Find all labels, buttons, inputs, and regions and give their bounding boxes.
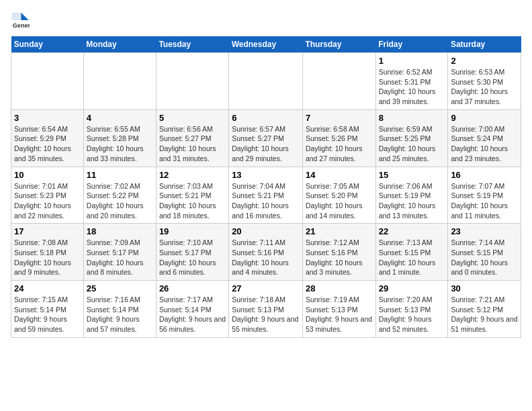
day-info: Sunrise: 7:20 AM Sunset: 5:13 PM Dayligh…: [379, 295, 445, 334]
calendar-cell: 19Sunrise: 7:10 AM Sunset: 5:17 PM Dayli…: [156, 224, 228, 281]
calendar-cell: [156, 53, 228, 110]
day-info: Sunrise: 6:58 AM Sunset: 5:26 PM Dayligh…: [306, 124, 373, 164]
svg-rect-2: [11, 13, 21, 20]
logo: General: [11, 11, 32, 30]
day-number: 23: [451, 226, 518, 236]
day-info: Sunrise: 6:52 AM Sunset: 5:31 PM Dayligh…: [379, 67, 445, 107]
day-number: 14: [306, 170, 373, 180]
day-info: Sunrise: 7:19 AM Sunset: 5:13 PM Dayligh…: [306, 295, 373, 334]
day-number: 5: [159, 113, 226, 123]
day-info: Sunrise: 7:18 AM Sunset: 5:13 PM Dayligh…: [232, 295, 300, 334]
week-row-2: 10Sunrise: 7:01 AM Sunset: 5:23 PM Dayli…: [11, 167, 521, 224]
calendar-cell: 2Sunrise: 6:53 AM Sunset: 5:30 PM Daylig…: [448, 53, 521, 110]
calendar-cell: 14Sunrise: 7:05 AM Sunset: 5:20 PM Dayli…: [302, 167, 375, 224]
day-number: 9: [451, 113, 518, 123]
day-number: 16: [451, 170, 518, 180]
day-info: Sunrise: 7:14 AM Sunset: 5:15 PM Dayligh…: [451, 238, 518, 277]
calendar-cell: 12Sunrise: 7:03 AM Sunset: 5:21 PM Dayli…: [156, 167, 228, 224]
day-info: Sunrise: 6:54 AM Sunset: 5:29 PM Dayligh…: [14, 124, 81, 164]
day-info: Sunrise: 7:02 AM Sunset: 5:22 PM Dayligh…: [87, 181, 153, 221]
calendar-cell: 8Sunrise: 6:59 AM Sunset: 5:25 PM Daylig…: [375, 109, 448, 167]
day-number: 1: [379, 56, 445, 66]
day-number: 18: [87, 226, 153, 236]
week-row-0: 1Sunrise: 6:52 AM Sunset: 5:31 PM Daylig…: [11, 53, 521, 110]
day-number: 10: [14, 170, 81, 180]
calendar-cell: [11, 53, 84, 110]
day-info: Sunrise: 7:08 AM Sunset: 5:18 PM Dayligh…: [14, 238, 81, 277]
day-number: 29: [379, 283, 445, 293]
day-number: 8: [379, 113, 445, 123]
day-info: Sunrise: 6:57 AM Sunset: 5:27 PM Dayligh…: [232, 124, 300, 164]
svg-text:General: General: [13, 22, 30, 29]
calendar-cell: 29Sunrise: 7:20 AM Sunset: 5:13 PM Dayli…: [375, 281, 448, 338]
day-info: Sunrise: 7:03 AM Sunset: 5:21 PM Dayligh…: [159, 181, 226, 221]
day-info: Sunrise: 6:56 AM Sunset: 5:27 PM Dayligh…: [159, 124, 226, 164]
calendar-cell: 6Sunrise: 6:57 AM Sunset: 5:27 PM Daylig…: [229, 109, 303, 167]
calendar-cell: 22Sunrise: 7:13 AM Sunset: 5:15 PM Dayli…: [375, 224, 448, 281]
day-number: 7: [306, 113, 373, 123]
day-number: 11: [87, 170, 153, 180]
calendar-cell: 5Sunrise: 6:56 AM Sunset: 5:27 PM Daylig…: [156, 109, 228, 167]
calendar-cell: 17Sunrise: 7:08 AM Sunset: 5:18 PM Dayli…: [11, 224, 84, 281]
calendar-cell: 21Sunrise: 7:12 AM Sunset: 5:16 PM Dayli…: [302, 224, 375, 281]
day-number: 27: [232, 283, 300, 293]
day-info: Sunrise: 7:09 AM Sunset: 5:17 PM Dayligh…: [87, 238, 153, 277]
day-info: Sunrise: 7:11 AM Sunset: 5:16 PM Dayligh…: [232, 238, 300, 277]
day-number: 24: [14, 283, 81, 293]
day-number: 22: [379, 226, 445, 236]
day-info: Sunrise: 7:06 AM Sunset: 5:19 PM Dayligh…: [379, 181, 445, 221]
day-number: 15: [379, 170, 445, 180]
header-row: SundayMondayTuesdayWednesdayThursdayFrid…: [11, 36, 521, 53]
day-info: Sunrise: 6:59 AM Sunset: 5:25 PM Dayligh…: [379, 124, 445, 164]
week-row-1: 3Sunrise: 6:54 AM Sunset: 5:29 PM Daylig…: [11, 109, 521, 167]
col-header-saturday: Saturday: [448, 36, 521, 53]
col-header-friday: Friday: [375, 36, 448, 53]
week-row-3: 17Sunrise: 7:08 AM Sunset: 5:18 PM Dayli…: [11, 224, 521, 281]
day-info: Sunrise: 7:00 AM Sunset: 5:24 PM Dayligh…: [451, 124, 518, 164]
calendar-cell: 10Sunrise: 7:01 AM Sunset: 5:23 PM Dayli…: [11, 167, 84, 224]
day-number: 30: [451, 283, 518, 293]
day-info: Sunrise: 7:13 AM Sunset: 5:15 PM Dayligh…: [379, 238, 445, 277]
day-number: 2: [451, 56, 518, 66]
col-header-thursday: Thursday: [302, 36, 375, 53]
day-info: Sunrise: 7:21 AM Sunset: 5:12 PM Dayligh…: [451, 295, 518, 334]
calendar-cell: 27Sunrise: 7:18 AM Sunset: 5:13 PM Dayli…: [229, 281, 303, 338]
calendar-cell: 23Sunrise: 7:14 AM Sunset: 5:15 PM Dayli…: [448, 224, 521, 281]
calendar-cell: [229, 53, 303, 110]
calendar-cell: 25Sunrise: 7:16 AM Sunset: 5:14 PM Dayli…: [83, 281, 156, 338]
calendar-cell: 3Sunrise: 6:54 AM Sunset: 5:29 PM Daylig…: [11, 109, 84, 167]
col-header-tuesday: Tuesday: [156, 36, 228, 53]
day-number: 19: [159, 226, 226, 236]
page-header: General: [11, 11, 521, 30]
day-number: 20: [232, 226, 300, 236]
calendar-cell: 9Sunrise: 7:00 AM Sunset: 5:24 PM Daylig…: [448, 109, 521, 167]
calendar-cell: 15Sunrise: 7:06 AM Sunset: 5:19 PM Dayli…: [375, 167, 448, 224]
calendar-cell: 26Sunrise: 7:17 AM Sunset: 5:14 PM Dayli…: [156, 281, 228, 338]
day-number: 25: [87, 283, 153, 293]
day-info: Sunrise: 6:55 AM Sunset: 5:28 PM Dayligh…: [87, 124, 153, 164]
col-header-sunday: Sunday: [11, 36, 84, 53]
calendar-cell: 24Sunrise: 7:15 AM Sunset: 5:14 PM Dayli…: [11, 281, 84, 338]
day-info: Sunrise: 7:10 AM Sunset: 5:17 PM Dayligh…: [159, 238, 226, 277]
day-info: Sunrise: 7:04 AM Sunset: 5:21 PM Dayligh…: [232, 181, 300, 221]
day-number: 3: [14, 113, 81, 123]
day-number: 4: [87, 113, 153, 123]
col-header-monday: Monday: [83, 36, 156, 53]
calendar-cell: 20Sunrise: 7:11 AM Sunset: 5:16 PM Dayli…: [229, 224, 303, 281]
calendar-cell: 16Sunrise: 7:07 AM Sunset: 5:19 PM Dayli…: [448, 167, 521, 224]
calendar-cell: 7Sunrise: 6:58 AM Sunset: 5:26 PM Daylig…: [302, 109, 375, 167]
day-number: 28: [306, 283, 373, 293]
calendar-cell: 11Sunrise: 7:02 AM Sunset: 5:22 PM Dayli…: [83, 167, 156, 224]
day-info: Sunrise: 7:17 AM Sunset: 5:14 PM Dayligh…: [159, 295, 226, 334]
day-info: Sunrise: 7:01 AM Sunset: 5:23 PM Dayligh…: [14, 181, 81, 221]
calendar-cell: 1Sunrise: 6:52 AM Sunset: 5:31 PM Daylig…: [375, 53, 448, 110]
day-number: 21: [306, 226, 373, 236]
day-info: Sunrise: 7:15 AM Sunset: 5:14 PM Dayligh…: [14, 295, 81, 334]
calendar-cell: [302, 53, 375, 110]
day-number: 17: [14, 226, 81, 236]
day-number: 26: [159, 283, 226, 293]
day-info: Sunrise: 7:12 AM Sunset: 5:16 PM Dayligh…: [306, 238, 373, 277]
calendar-cell: 4Sunrise: 6:55 AM Sunset: 5:28 PM Daylig…: [83, 109, 156, 167]
calendar-cell: 18Sunrise: 7:09 AM Sunset: 5:17 PM Dayli…: [83, 224, 156, 281]
day-info: Sunrise: 7:05 AM Sunset: 5:20 PM Dayligh…: [306, 181, 373, 221]
